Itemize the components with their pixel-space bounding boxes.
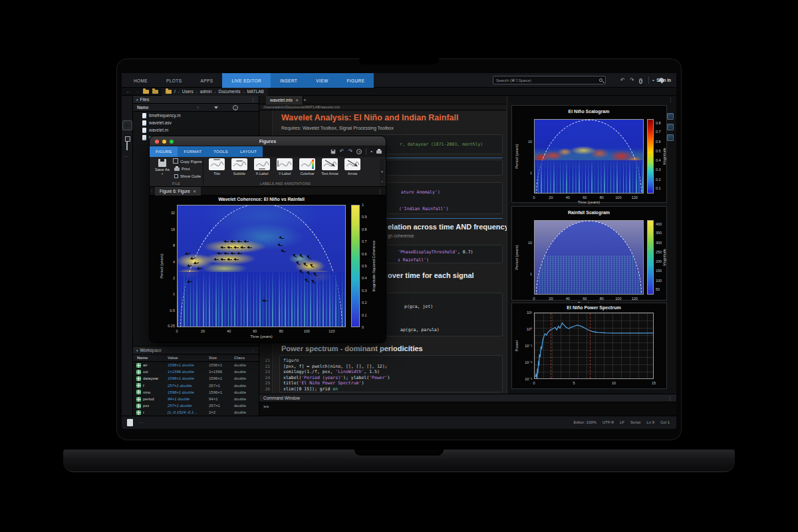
variable-name-cell: coi: [133, 370, 168, 374]
editor-tab-wavelet[interactable]: wavelet.mlx ✕: [266, 96, 303, 104]
workspace-row[interactable]: datayear1596×1 double1596×1double: [133, 375, 259, 382]
figures-window[interactable]: Figures FIGUREFORMATTOOLSLAYOUT ↶ ↷ ? •: [150, 136, 386, 342]
print-button[interactable]: Print: [174, 167, 190, 171]
figure-tab-menu-icon[interactable]: ⋮: [378, 189, 382, 194]
command-window-header[interactable]: Command Window ⋮: [259, 394, 676, 402]
panel-menu-icon[interactable]: ⋮: [668, 97, 673, 102]
files-column-header[interactable]: Name ↑ i: [133, 104, 259, 112]
ws-col-value[interactable]: Value: [168, 356, 209, 360]
print-icon[interactable]: [376, 150, 382, 154]
rail-grid-icon[interactable]: [124, 122, 131, 130]
breadcrumb-item[interactable]: Users: [182, 89, 194, 94]
gallery-item-y-label[interactable]: Y-Label: [273, 158, 296, 176]
code-line[interactable]: [pxx, f] = pwelch(nino, [], [], [], 12);: [283, 364, 388, 369]
collapse-ribbon-icon[interactable]: ⌃: [380, 180, 384, 185]
ws-col-size[interactable]: Size: [209, 356, 234, 360]
forward-icon[interactable]: →: [134, 89, 140, 94]
new-tab-icon[interactable]: +: [303, 97, 307, 103]
help-icon[interactable]: ?: [356, 149, 362, 154]
gallery-item-title[interactable]: Title: [205, 158, 228, 176]
sort-arrow-icon[interactable]: ↑: [197, 105, 199, 110]
command-window[interactable]: Command Window ⋮ >>: [259, 394, 676, 416]
copy-figure-button[interactable]: Copy Figure: [174, 160, 202, 164]
save-icon[interactable]: [331, 150, 335, 154]
info-icon[interactable]: i: [233, 105, 238, 110]
back-icon[interactable]: ←: [126, 89, 131, 94]
plot-axes[interactable]: [534, 119, 644, 194]
open-folder-icon[interactable]: [152, 90, 158, 94]
collapse-caret-icon[interactable]: ▾: [136, 98, 138, 102]
gallery-item-arrow[interactable]: Arrow: [341, 158, 364, 176]
save-as-button[interactable]: Save As ▼: [152, 159, 172, 184]
gallery-item-colorbar[interactable]: Colorbar: [296, 158, 319, 176]
ws-col-class[interactable]: Class: [234, 356, 257, 360]
figure-thumbnail-icon[interactable]: [667, 124, 674, 130]
gallery-item-subtitle[interactable]: Subtitle: [228, 158, 251, 176]
code-line[interactable]: xlim([0 15]); grid on: [283, 386, 338, 392]
undo-icon[interactable]: ↶: [340, 148, 344, 155]
breadcrumb-item[interactable]: /: [174, 89, 176, 94]
figures-tab-figure[interactable]: FIGURE: [150, 146, 178, 157]
figures-titlebar[interactable]: Figures: [150, 136, 386, 146]
figure-el-nino-scalogram[interactable]: El Niño Scalogram020406080100120101Perio…: [511, 105, 667, 203]
figures-tab-format[interactable]: FORMAT: [178, 146, 207, 157]
code-line[interactable]: xlabel('Period (years)'); ylabel('Power'…: [283, 375, 390, 380]
figures-tab-tools[interactable]: TOOLS: [207, 146, 234, 157]
breadcrumb-item[interactable]: MATLAB: [247, 89, 264, 94]
close-tab-icon[interactable]: ✕: [295, 98, 299, 102]
variable-size: 257×1: [209, 404, 234, 408]
workspace-row[interactable]: r[1,-0.1524;-0.1…2×2double: [133, 409, 259, 416]
rail-copy-icon[interactable]: [124, 138, 131, 146]
rail-file-icon[interactable]: [124, 101, 131, 108]
collapse-caret-icon[interactable]: ▾: [136, 348, 138, 352]
files-col-name[interactable]: Name: [137, 105, 149, 110]
files-panel-header[interactable]: ▾ Files ⋮: [133, 96, 259, 104]
status-more-icon[interactable]: ⋯: [139, 420, 144, 426]
workspace-row[interactable]: nino1596×1 double1596×1double: [133, 389, 259, 396]
filter-icon[interactable]: [214, 106, 218, 109]
file-row[interactable]: timefrequency.m: [133, 112, 259, 119]
command-menu-icon[interactable]: ⋮: [668, 396, 672, 401]
workspace-header[interactable]: ▾ Workspace ⋮: [133, 346, 259, 354]
close-tab-icon[interactable]: ✕: [193, 189, 196, 194]
workspace-row[interactable]: pxx257×1 double257×1double: [133, 402, 259, 409]
plot-axes[interactable]: [534, 220, 644, 295]
rail-more-icon[interactable]: ⋯: [124, 154, 131, 162]
breadcrumb-item[interactable]: admin: [200, 89, 212, 94]
workspace-row[interactable]: period94×1 double94×1double: [133, 396, 259, 402]
workspace-row[interactable]: f257×1 double257×1double: [133, 382, 259, 389]
code-line[interactable]: semilogy(1./f, pxx, 'LineWidth', 1.5): [283, 369, 380, 374]
workspace-column-header[interactable]: Name Value Size Class: [133, 354, 259, 362]
gallery-item-x-label[interactable]: X-Label: [251, 158, 273, 176]
drag-handle-icon[interactable]: ⁞: [151, 189, 152, 193]
wavelet-coherence-plot[interactable]: Wavelet Coherence: El Niño vs Rainfall02…: [150, 196, 386, 342]
figures-window-title: Figures: [150, 139, 386, 144]
file-row[interactable]: wavelet.asv: [133, 119, 259, 126]
figures-tab-layout[interactable]: LAYOUT: [234, 146, 263, 157]
figure-6-tab[interactable]: Figure 6: Figure ✕: [155, 187, 201, 196]
x-tick-label: 0: [176, 329, 178, 333]
code-line[interactable]: title('El Niño Power Spectrum'): [283, 380, 364, 386]
plot-axes[interactable]: [534, 313, 654, 379]
figure-thumbnail-icon[interactable]: [667, 134, 674, 141]
new-folder-icon[interactable]: [143, 90, 149, 94]
breadcrumb-item[interactable]: Documents: [219, 89, 241, 94]
code-line[interactable]: figure: [283, 358, 299, 363]
workspace-menu-icon[interactable]: ⋮: [251, 348, 255, 353]
show-code-checkbox[interactable]: Show Code: [174, 174, 201, 178]
ws-col-name[interactable]: Name: [133, 356, 168, 360]
files-menu-icon[interactable]: ⋮: [251, 97, 255, 102]
figure-power-spectrum[interactable]: El Niño Power Spectrum05101510¹10⁰10⁻¹10…: [511, 303, 667, 389]
workspace-row[interactable]: coi1×1596 double1×1596double: [133, 368, 259, 375]
redo-icon[interactable]: ↷: [348, 148, 352, 155]
plot-axes[interactable]: [177, 205, 346, 327]
options-icon[interactable]: •: [370, 148, 372, 155]
command-prompt[interactable]: >>: [259, 402, 676, 416]
workspace-row[interactable]: air1596×1 double1596×1double: [133, 362, 259, 368]
figure-rainfall-scalogram[interactable]: Rainfall Scalogram020406080100120101Peri…: [511, 206, 667, 301]
file-row[interactable]: wavelet.m: [133, 126, 259, 134]
file-name: wavelet.m: [149, 128, 168, 132]
sign-in-button[interactable]: Sign In: [122, 78, 671, 82]
gallery-item-text-arrow[interactable]: Text Arrow: [319, 158, 341, 176]
figure-thumbnail-icon[interactable]: [667, 113, 674, 120]
